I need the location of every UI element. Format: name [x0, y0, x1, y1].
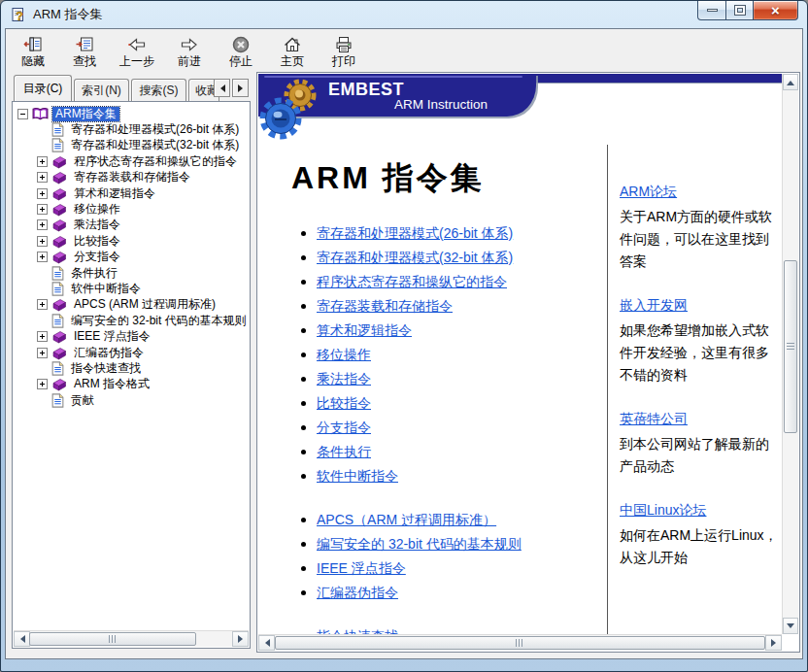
- forward-button[interactable]: 前进: [168, 33, 211, 70]
- tree-item[interactable]: 贡献: [16, 392, 250, 408]
- tree-item[interactable]: 寄存器和处理器模式(32-bit 体系): [16, 138, 250, 153]
- topic-link[interactable]: 程序状态寄存器和操纵它的指令: [317, 274, 507, 291]
- tree-item[interactable]: 寄存器和处理器模式(26-bit 体系): [16, 121, 250, 137]
- minimize-button[interactable]: [697, 1, 726, 20]
- topic-link[interactable]: 软件中断指令: [317, 468, 398, 486]
- titlebar[interactable]: ? ARM 指令集 ×: [1, 1, 807, 28]
- tree-item-label[interactable]: 寄存器和处理器模式(26-bit 体系): [68, 122, 242, 137]
- home-button[interactable]: 主页: [271, 33, 314, 70]
- sidebar-link[interactable]: 嵌入开发网: [620, 297, 688, 313]
- tree-horizontal-scrollbar[interactable]: [14, 630, 249, 647]
- tree-item-label[interactable]: 乘法指令: [71, 218, 123, 232]
- topic-link[interactable]: 编写安全的 32-bit 代码的基本规则: [317, 536, 522, 554]
- tree-item[interactable]: 算术和逻辑指令: [16, 185, 250, 201]
- tree-item[interactable]: 乘法指令: [16, 218, 250, 233]
- tree-item-label[interactable]: 算术和逻辑指令: [71, 186, 158, 201]
- topic-link[interactable]: IEEE 浮点指令: [317, 560, 406, 578]
- content-scroll-down-button[interactable]: [783, 618, 798, 634]
- stop-button[interactable]: 停止: [219, 33, 262, 70]
- tree-item-label[interactable]: 贡献: [68, 393, 97, 408]
- tree-scroll-thumb[interactable]: [29, 632, 196, 646]
- tree-item[interactable]: 软件中断指令: [16, 281, 250, 296]
- close-button[interactable]: ×: [754, 1, 798, 20]
- tree-item[interactable]: 指令快速查找: [16, 360, 250, 376]
- expand-plus-icon[interactable]: [37, 379, 48, 389]
- expand-plus-icon[interactable]: [37, 204, 48, 215]
- content-horizontal-scroll-thumb[interactable]: [275, 636, 765, 650]
- sidebar-link[interactable]: 中国Linux论坛: [620, 502, 706, 518]
- expand-plus-icon[interactable]: [37, 299, 48, 310]
- expand-plus-icon[interactable]: [37, 252, 48, 262]
- topic-link[interactable]: 算术和逻辑指令: [317, 322, 412, 340]
- tree-item-label[interactable]: 分支指令: [71, 250, 123, 264]
- topic-link[interactable]: 汇编器伪指令: [317, 585, 398, 602]
- tree-item[interactable]: 移位操作: [16, 201, 250, 217]
- tree-item[interactable]: APCS (ARM 过程调用标准): [16, 297, 250, 313]
- tree-item-label[interactable]: 软件中断指令: [68, 282, 144, 296]
- topic-link[interactable]: 寄存器装载和存储指令: [317, 298, 453, 316]
- bullet-icon: [301, 401, 306, 406]
- tree-item[interactable]: 条件执行: [16, 265, 250, 281]
- tree-item[interactable]: ARM 指令格式: [16, 377, 250, 392]
- tree-item-label[interactable]: 汇编器伪指令: [71, 346, 147, 360]
- expand-plus-icon[interactable]: [37, 172, 48, 183]
- print-button[interactable]: 打印: [322, 33, 365, 70]
- tab-scroll-right-button[interactable]: [232, 79, 249, 97]
- tab-index[interactable]: 索引(N): [74, 79, 129, 101]
- topic-link[interactable]: 比较指令: [317, 395, 371, 413]
- content-horizontal-scrollbar[interactable]: [258, 634, 782, 651]
- tree-item-label[interactable]: 程序状态寄存器和操纵它的指令: [71, 154, 240, 169]
- topic-link[interactable]: 寄存器和处理器模式(26-bit 体系): [317, 225, 513, 243]
- topic-link[interactable]: 分支指令: [317, 420, 371, 437]
- tree-item-label[interactable]: 寄存器和处理器模式(32-bit 体系): [68, 138, 242, 152]
- sidebar-link[interactable]: 英蓓特公司: [620, 411, 688, 426]
- tree-item-label[interactable]: APCS (ARM 过程调用标准): [71, 297, 219, 312]
- sidebar-link[interactable]: ARM论坛: [620, 184, 677, 199]
- topic-link[interactable]: 条件执行: [317, 444, 371, 461]
- tree-item[interactable]: 程序状态寄存器和操纵它的指令: [16, 153, 250, 169]
- tree-item-label[interactable]: 比较指令: [71, 234, 123, 249]
- topic-link-item: 比较指令: [301, 391, 604, 416]
- topic-link[interactable]: 寄存器和处理器模式(32-bit 体系): [317, 250, 513, 267]
- tree-item[interactable]: 汇编器伪指令: [16, 345, 250, 360]
- content-vertical-scroll-thumb[interactable]: [784, 260, 797, 433]
- content-scroll-left-button[interactable]: [258, 635, 275, 651]
- tab-scroll-left-button[interactable]: [214, 79, 230, 97]
- tree-item[interactable]: 编写安全的 32-bit 代码的基本规则: [16, 313, 250, 328]
- hide-button[interactable]: 隐藏: [12, 33, 54, 70]
- expand-plus-icon[interactable]: [37, 331, 48, 342]
- maximize-button[interactable]: [726, 1, 754, 20]
- content-scroll-up-button[interactable]: [783, 74, 798, 90]
- tab-contents[interactable]: 目录(C): [14, 75, 72, 101]
- tree-item[interactable]: 比较指令: [16, 233, 250, 249]
- tree-scroll-right-button[interactable]: [232, 631, 249, 647]
- tree-item-label[interactable]: 编写安全的 32-bit 代码的基本规则: [68, 314, 250, 328]
- topic-link[interactable]: 移位操作: [317, 347, 371, 364]
- tree-item[interactable]: ARM指令集: [16, 106, 250, 121]
- tree-scroll-left-button[interactable]: [14, 631, 30, 647]
- expand-plus-icon[interactable]: [37, 348, 48, 358]
- expand-plus-icon[interactable]: [37, 156, 48, 167]
- tree-item-label[interactable]: 寄存器装载和存储指令: [71, 170, 193, 185]
- tree-item-label[interactable]: 条件执行: [68, 266, 120, 281]
- topic-link[interactable]: 乘法指令: [317, 371, 371, 388]
- tree-item[interactable]: IEEE 浮点指令: [16, 328, 250, 344]
- tree-item-label[interactable]: ARM 指令格式: [71, 377, 152, 391]
- content-vertical-scrollbar[interactable]: [782, 74, 798, 634]
- content-scroll-right-button[interactable]: [765, 635, 782, 651]
- expand-plus-icon[interactable]: [37, 236, 48, 247]
- tree-item-label[interactable]: ARM指令集: [52, 107, 119, 121]
- tree-item-label[interactable]: IEEE 浮点指令: [71, 329, 153, 344]
- tree-item-label[interactable]: 指令快速查找: [68, 361, 144, 376]
- topic-link[interactable]: APCS（ARM 过程调用标准）: [317, 512, 496, 529]
- expand-plus-icon[interactable]: [37, 219, 48, 230]
- expand-plus-icon[interactable]: [37, 188, 48, 199]
- back-button[interactable]: 上一步: [115, 33, 159, 70]
- tab-search[interactable]: 搜索(S): [131, 79, 186, 101]
- tree-item[interactable]: 分支指令: [16, 250, 250, 265]
- tree-item[interactable]: 寄存器装载和存储指令: [16, 170, 250, 185]
- collapse-minus-icon[interactable]: [17, 109, 28, 119]
- locate-button[interactable]: 查找: [63, 33, 106, 70]
- topic-body: EMBEST ARM Instruction: [258, 74, 782, 641]
- tree-item-label[interactable]: 移位操作: [71, 202, 123, 217]
